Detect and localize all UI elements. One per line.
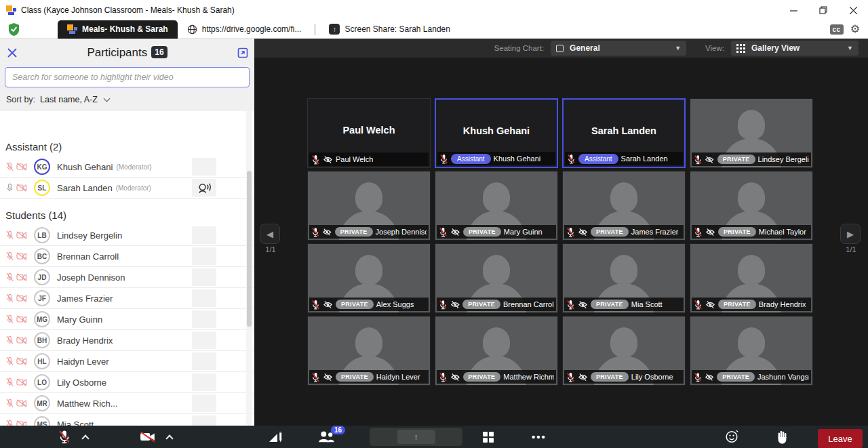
row-control-area [192,247,216,265]
settings-gear-icon[interactable]: ⚙ [850,24,860,35]
video-tile[interactable]: Paul Welch Paul Welch [307,98,431,168]
eye-slash-icon [705,155,714,164]
participant-row[interactable]: JD Joseph Dennison [0,267,254,288]
next-page-button[interactable]: ▶ [840,224,861,244]
window-title-bar: Class (Kayce Johnson Classroom - Meals- … [0,0,868,20]
close-button[interactable] [838,0,868,20]
close-panel-button[interactable] [5,48,22,58]
row-control-area [192,226,216,244]
raise-hand-button[interactable] [776,426,789,448]
participant-row[interactable]: HL Haidyn Lever [0,351,254,372]
participant-row[interactable]: MR Matthew Rich... [0,393,254,414]
video-tile[interactable]: PRIVATE Haidyn Lever [307,316,431,386]
private-badge: PRIVATE [335,227,373,237]
row-control-area [192,331,216,349]
sort-by-dropdown[interactable]: Sort by: Last name, A-Z [5,95,250,104]
participant-row[interactable]: JF James Frazier [0,288,254,309]
security-shield-icon [7,22,20,37]
layout-grid-button[interactable] [483,426,494,448]
row-control-area [192,289,216,307]
participant-row[interactable]: MS Mia Scott [0,414,254,426]
minimize-button[interactable] [778,0,808,20]
leave-button[interactable]: Leave [818,429,863,448]
tab-drive-url[interactable]: https://drive.google.com/fi... [178,20,311,39]
mic-options-button[interactable] [83,426,88,448]
eye-slash-icon [322,228,332,237]
tile-name-bar: PRIVATE Alex Suggs [309,298,429,311]
video-tile[interactable]: PRIVATE Mia Scott [562,243,686,313]
tile-name-bar: PRIVATE Lily Osborne [564,370,684,384]
previous-page-button[interactable]: ◀ [260,224,280,244]
tab-screen-share[interactable]: ↑ Screen Share: Sarah Landen [319,20,459,39]
participant-row[interactable]: LO Lily Osborne [0,372,254,393]
next-page-control: ▶ 1/1 [840,224,862,253]
tab-meals[interactable]: Meals- Khush & Sarah [58,20,178,39]
row-control-area [192,179,216,197]
mic-muted-icon [439,372,448,382]
tile-name-bar: PRIVATE Brady Hendrix [692,298,811,311]
participants-button[interactable]: 16 [317,426,336,448]
participant-row[interactable]: BH Brady Hendrix [0,330,254,351]
group-header: Assistant (2) [0,141,254,157]
video-tile[interactable]: Khush Gehani Assistant Khush Gehani [435,98,558,168]
mic-muted-icon [694,372,702,382]
popout-panel-button[interactable] [232,47,250,58]
camera-muted-icon [16,336,27,344]
mic-muted-icon [567,154,576,164]
screen-share-button[interactable]: ↑ [370,428,462,446]
restore-button[interactable] [808,0,838,20]
video-tile[interactable]: PRIVATE Lily Osborne [562,316,686,386]
video-tile[interactable]: PRIVATE Matthew Richm [435,316,558,386]
video-tile[interactable]: PRIVATE Brady Hendrix [690,243,813,313]
video-tile[interactable]: PRIVATE Michael Taylor [690,171,813,241]
search-input[interactable] [5,67,250,87]
panel-scrollbar[interactable] [246,110,252,426]
mic-muted-icon [311,227,319,237]
eye-slash-icon [578,228,588,237]
mic-muted-icon [5,314,14,324]
screen-share-icon: ↑ [329,24,340,35]
camera-options-button[interactable] [167,426,172,448]
tile-participant-name: Matthew Richm [503,373,554,381]
restore-icon [819,6,827,14]
previous-page-control: ◀ 1/1 [260,224,281,253]
video-tile[interactable]: PRIVATE Alex Suggs [307,243,431,313]
camera-muted-icon [16,315,27,323]
participant-row[interactable]: LB Lindsey Bergelin [0,225,254,246]
video-tile[interactable]: Sarah Landen Assistant Sarah Landen [562,98,686,168]
emoji-smile-icon [726,430,738,443]
mic-muted-icon [694,300,703,310]
video-tile[interactable]: PRIVATE James Frazier [562,171,686,241]
video-tile[interactable]: PRIVATE Mary Guinn [435,171,558,241]
mic-toggle-button[interactable] [58,426,71,448]
participant-row[interactable]: KG Khush Gehani (Moderator) [0,157,254,178]
private-badge: PRIVATE [591,300,629,309]
mic-muted-icon [439,300,448,310]
seating-chart-dropdown[interactable]: General ▼ [551,41,686,56]
video-tile[interactable]: PRIVATE Lindsey Bergelir [690,98,813,168]
tile-name-bar: PRIVATE Joseph Denniso [309,225,429,239]
video-tile[interactable]: PRIVATE Brennan Carroll [435,243,558,313]
closed-captions-button[interactable]: cc [830,24,844,35]
participants-panel: Participants16 Sort by: Last name, A-Z A… [0,39,254,426]
camera-toggle-button[interactable] [140,426,156,448]
participant-row[interactable]: MG Mary Guinn [0,309,254,330]
mic-muted-icon [5,357,14,366]
video-top-bar: Seating Chart: General ▼ View: Gallery V… [254,39,868,58]
reactions-button[interactable] [726,426,738,448]
panel-scrollbar-thumb[interactable] [247,171,252,327]
connection-stats-button[interactable] [269,426,283,448]
video-tile[interactable]: PRIVATE Jashunn Vangsn [690,316,813,386]
participant-row[interactable]: SL Sarah Landen (Moderator) [0,178,254,199]
participant-row[interactable]: BC Brennan Carroll [0,246,254,267]
tile-participant-name: Sarah Landen [621,155,668,163]
camera-muted-icon [16,357,27,365]
video-tile[interactable]: PRIVATE Joseph Denniso [307,171,431,241]
more-options-button[interactable]: ••• [532,426,547,448]
bottom-toolbar: 16 ↑ ••• Leave [0,426,868,448]
mic-muted-icon [5,272,14,282]
camera-muted-icon [16,378,27,386]
tile-name-bar: PRIVATE Haidyn Lever [309,370,429,384]
avatar: HL [34,353,50,369]
view-dropdown[interactable]: Gallery View ▼ [731,41,859,56]
